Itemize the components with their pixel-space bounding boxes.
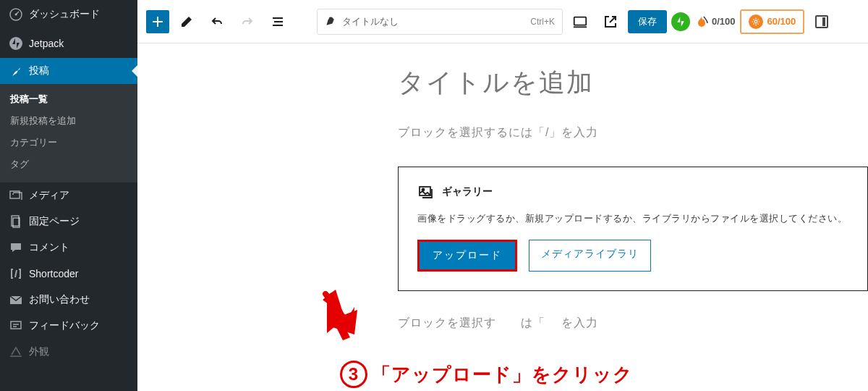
post-title-input[interactable]: タイトルを追加 (398, 65, 868, 101)
flame-icon (694, 14, 709, 29)
sidebar-item-label: メディア (29, 189, 69, 202)
sidebar-item-shortcoder[interactable]: Shortcoder (0, 261, 137, 287)
sidebar-submenu-posts: 投稿一覧 新規投稿を追加 カテゴリー タグ (0, 84, 137, 182)
gallery-block-header: ギャラリー (417, 183, 848, 201)
sidebar-item-label: 固定ページ (29, 215, 80, 228)
keyboard-hint: Ctrl+K (530, 17, 555, 27)
appearance-icon (9, 345, 23, 359)
media-icon (9, 188, 23, 203)
sidebar-item-appearance[interactable]: 外観 (0, 339, 137, 365)
sidebar-item-label: Shortcoder (29, 268, 78, 279)
external-preview-button[interactable] (597, 9, 624, 35)
edit-mode-button[interactable] (174, 9, 200, 35)
gallery-block[interactable]: ギャラリー 画像をドラッグするか、新規アップロードするか、ライブラリからファイル… (398, 167, 868, 291)
seo-score-readability[interactable]: 0/100 (694, 14, 736, 29)
gear-icon (749, 14, 763, 29)
add-block-button[interactable] (146, 10, 169, 33)
block-placeholder-2[interactable]: ブロックを選択するには「/」を入力 (398, 316, 868, 331)
svg-point-2 (9, 37, 22, 50)
sidebar-subitem-add-new[interactable]: 新規投稿を追加 (0, 110, 137, 132)
sidebar-item-feedback[interactable]: フィードバック (0, 313, 137, 339)
gallery-heading: ギャラリー (442, 185, 493, 198)
sidebar-item-comments[interactable]: コメント (0, 235, 137, 261)
feedback-icon (9, 319, 23, 333)
pin-icon (9, 64, 23, 78)
settings-panel-toggle[interactable] (809, 9, 835, 35)
seo-score-badge[interactable]: 60/100 (740, 9, 805, 34)
save-button[interactable]: 保存 (628, 10, 667, 33)
svg-point-4 (12, 193, 14, 195)
gallery-icon (417, 183, 435, 201)
sidebar-item-label: 投稿 (29, 64, 49, 77)
undo-button[interactable] (204, 9, 230, 35)
sidebar-item-pages[interactable]: 固定ページ (0, 209, 137, 235)
sidebar-subitem-all-posts[interactable]: 投稿一覧 (0, 88, 137, 110)
title-placeholder-text: タイトルなし (342, 15, 399, 28)
editor-toolbar: タイトルなし Ctrl+K 保存 0/100 60/100 (137, 0, 868, 43)
sidebar-item-label: お問い合わせ (29, 293, 90, 306)
svg-rect-8 (11, 321, 21, 329)
sidebar-subitem-tags[interactable]: タグ (0, 154, 137, 175)
comment-icon (9, 240, 23, 255)
svg-point-1 (15, 14, 17, 16)
sidebar-item-label: 外観 (29, 345, 49, 358)
block-placeholder[interactable]: ブロックを選択するには「/」を入力 (398, 125, 868, 140)
dashboard-icon (9, 7, 23, 22)
media-library-button[interactable]: メディアライブラリ (529, 240, 651, 272)
sidebar-item-label: Jetpack (29, 38, 64, 49)
sidebar-item-contact[interactable]: お問い合わせ (0, 287, 137, 313)
redo-button[interactable] (234, 9, 260, 35)
sidebar-item-posts[interactable]: 投稿 (0, 58, 137, 84)
shortcoder-icon (9, 266, 23, 281)
pen-icon (325, 16, 336, 28)
document-title-field[interactable]: タイトルなし Ctrl+K (317, 9, 563, 35)
gallery-description: 画像をドラッグするか、新規アップロードするか、ライブラリからファイルを選択してく… (417, 212, 848, 225)
jetpack-badge-icon[interactable] (671, 12, 690, 31)
admin-sidebar: ダッシュボード Jetpack 投稿 投稿一覧 新規投稿を追加 カテゴリー タグ… (0, 0, 137, 391)
sidebar-item-dashboard[interactable]: ダッシュボード (0, 0, 137, 29)
mail-icon (9, 293, 23, 307)
editor-canvas: タイトルを追加 ブロックを選択するには「/」を入力 ギャラリー 画像をドラッグす… (137, 43, 868, 391)
svg-rect-14 (574, 17, 587, 25)
seo-score2-value: 60/100 (767, 16, 796, 27)
svg-point-16 (754, 20, 757, 23)
page-icon (9, 214, 23, 229)
seo-score-value: 0/100 (712, 16, 736, 27)
sidebar-item-jetpack[interactable]: Jetpack (0, 29, 137, 58)
panel-icon (815, 15, 828, 28)
device-preview-button[interactable] (567, 9, 593, 35)
jetpack-icon (9, 36, 23, 51)
sidebar-item-label: コメント (29, 241, 69, 254)
sidebar-item-media[interactable]: メディア (0, 182, 137, 209)
upload-button[interactable]: アップロード (417, 240, 517, 272)
sidebar-item-label: ダッシュボード (29, 8, 100, 21)
sidebar-subitem-categories[interactable]: カテゴリー (0, 132, 137, 154)
sidebar-item-label: フィードバック (29, 319, 100, 332)
outline-button[interactable] (265, 9, 291, 35)
